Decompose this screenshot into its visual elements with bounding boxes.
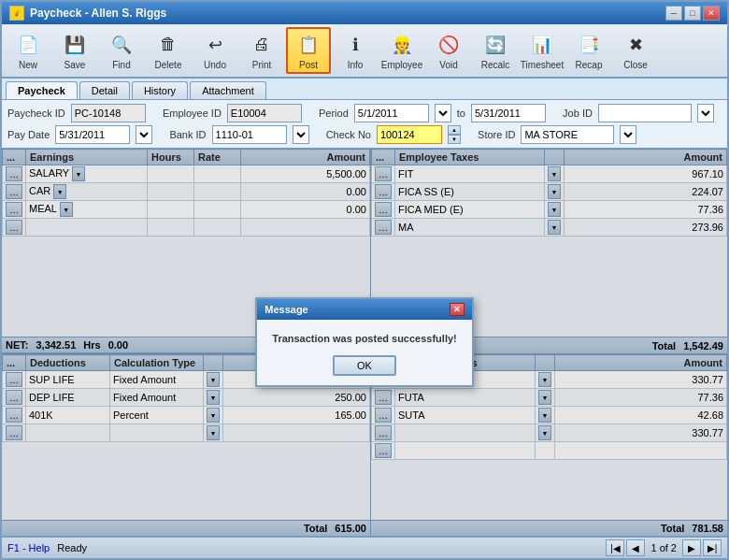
delete-icon: 🗑 xyxy=(155,32,181,58)
print-label: Print xyxy=(252,60,272,70)
undo-icon: ↩ xyxy=(202,32,228,58)
bank-id-label: Bank ID xyxy=(169,129,206,140)
status-left: F1 - Help Ready xyxy=(7,542,87,553)
info-icon: ℹ xyxy=(342,32,368,58)
employee-id-input[interactable] xyxy=(227,104,302,122)
undo-label: Undo xyxy=(204,60,226,70)
nav-last-button[interactable]: ▶| xyxy=(703,539,722,556)
period-label: Period xyxy=(319,108,349,119)
close-button[interactable]: ✖ Close xyxy=(613,27,658,74)
check-no-input[interactable] xyxy=(377,125,442,144)
check-no-label: Check No xyxy=(326,129,371,140)
delete-label: Delete xyxy=(155,60,182,70)
period-to-label: to xyxy=(457,108,465,119)
tab-attachment[interactable]: Attachment xyxy=(190,81,266,99)
nav-controls: |◀ ◀ 1 of 2 ▶ ▶| xyxy=(606,539,722,556)
post-button[interactable]: 📋 Post xyxy=(286,27,331,74)
info-button[interactable]: ℹ Info xyxy=(333,27,378,74)
timesheet-label: Timesheet xyxy=(521,60,564,70)
tab-paycheck[interactable]: Paycheck xyxy=(6,81,78,99)
store-id-label: Store ID xyxy=(478,129,515,140)
new-label: New xyxy=(19,60,37,70)
job-id-input[interactable] xyxy=(598,104,692,122)
help-link[interactable]: F1 - Help xyxy=(7,542,50,553)
period-from-dropdown[interactable] xyxy=(435,104,451,122)
dialog-ok-button[interactable]: OK xyxy=(333,355,396,376)
delete-button[interactable]: 🗑 Delete xyxy=(146,27,191,74)
timesheet-button[interactable]: 📊 Timesheet xyxy=(520,27,565,74)
employee-label: Employee xyxy=(381,60,422,70)
dialog-close-button[interactable]: ✕ xyxy=(450,303,465,316)
tabs-bar: Paycheck Detail History Attachment xyxy=(2,79,727,100)
period-from-input[interactable] xyxy=(354,104,429,122)
pay-date-input[interactable] xyxy=(55,125,130,144)
new-button[interactable]: 📄 New xyxy=(6,27,50,74)
save-label: Save xyxy=(64,60,86,70)
bank-id-dropdown[interactable] xyxy=(293,125,309,144)
find-label: Find xyxy=(112,60,130,70)
status-bar: F1 - Help Ready |◀ ◀ 1 of 2 ▶ ▶| xyxy=(2,536,727,558)
post-label: Post xyxy=(299,60,318,70)
recap-button[interactable]: 📑 Recap xyxy=(566,27,611,74)
nav-prev-button[interactable]: ◀ xyxy=(626,539,645,556)
form-row-2: Pay Date Bank ID Check No ▲ ▼ Store ID xyxy=(7,125,722,144)
recap-icon: 📑 xyxy=(576,32,602,58)
app-icon: 💰 xyxy=(9,6,24,21)
void-label: Void xyxy=(439,60,457,70)
recalc-label: Recalc xyxy=(481,60,510,70)
dialog-title-bar: Message ✕ xyxy=(257,299,471,320)
form-area: Paycheck ID Employee ID Period to Job ID… xyxy=(2,100,727,149)
pay-date-label: Pay Date xyxy=(7,129,50,140)
check-no-spinner[interactable]: ▲ ▼ xyxy=(448,125,461,144)
bank-id-input[interactable] xyxy=(212,125,287,144)
new-icon: 📄 xyxy=(15,32,41,58)
recalc-icon: 🔄 xyxy=(482,32,508,58)
job-id-dropdown[interactable] xyxy=(697,104,714,122)
close-icon: ✖ xyxy=(622,32,649,58)
title-bar: 💰 Paycheck - Allen S. Riggs ─ □ ✕ xyxy=(2,2,727,24)
check-no-down[interactable]: ▼ xyxy=(448,135,461,144)
employee-button[interactable]: 👷 Employee xyxy=(379,27,424,74)
status-text: Ready xyxy=(57,542,87,553)
recalc-button[interactable]: 🔄 Recalc xyxy=(473,27,518,74)
check-no-up[interactable]: ▲ xyxy=(448,125,461,135)
title-bar-left: 💰 Paycheck - Allen S. Riggs xyxy=(9,6,166,21)
tab-history[interactable]: History xyxy=(132,81,188,99)
recap-label: Recap xyxy=(576,60,603,70)
nav-first-button[interactable]: |◀ xyxy=(606,539,624,556)
employee-id-label: Employee ID xyxy=(163,108,222,119)
maximize-button[interactable]: □ xyxy=(684,6,701,21)
dialog-message-text: Transaction was posted successfully! xyxy=(272,333,456,344)
message-dialog: Message ✕ Transaction was posted success… xyxy=(255,297,473,387)
void-button[interactable]: 🚫 Void xyxy=(426,27,471,74)
save-button[interactable]: 💾 Save xyxy=(52,27,97,74)
paycheck-id-input[interactable] xyxy=(71,104,146,122)
timesheet-icon: 📊 xyxy=(529,32,555,58)
paycheck-id-label: Paycheck ID xyxy=(7,108,65,119)
close-label: Close xyxy=(623,60,648,70)
window-close-button[interactable]: ✕ xyxy=(703,6,720,21)
find-button[interactable]: 🔍 Find xyxy=(99,27,144,74)
undo-button[interactable]: ↩ Undo xyxy=(193,27,237,74)
minimize-button[interactable]: ─ xyxy=(665,6,682,21)
find-icon: 🔍 xyxy=(108,32,135,58)
void-icon: 🚫 xyxy=(436,32,462,58)
store-id-input[interactable] xyxy=(521,125,614,144)
print-icon: 🖨 xyxy=(249,32,275,58)
toolbar: 📄 New 💾 Save 🔍 Find 🗑 Delete ↩ Undo 🖨 Pr… xyxy=(2,24,727,79)
info-label: Info xyxy=(348,60,364,70)
window-title: Paycheck - Allen S. Riggs xyxy=(30,7,166,20)
dialog-overlay: Message ✕ Transaction was posted success… xyxy=(2,149,727,536)
store-id-dropdown[interactable] xyxy=(620,125,636,144)
print-button[interactable]: 🖨 Print xyxy=(239,27,284,74)
dialog-title-text: Message xyxy=(264,304,307,315)
nav-next-button[interactable]: ▶ xyxy=(682,539,701,556)
pay-date-dropdown[interactable] xyxy=(136,125,152,144)
page-info: 1 of 2 xyxy=(650,542,677,553)
save-icon: 💾 xyxy=(62,32,88,58)
post-icon: 📋 xyxy=(295,32,322,58)
main-window: 💰 Paycheck - Allen S. Riggs ─ □ ✕ 📄 New … xyxy=(0,0,729,560)
tab-detail[interactable]: Detail xyxy=(79,81,130,99)
employee-icon: 👷 xyxy=(389,32,415,58)
period-to-input[interactable] xyxy=(471,104,546,122)
